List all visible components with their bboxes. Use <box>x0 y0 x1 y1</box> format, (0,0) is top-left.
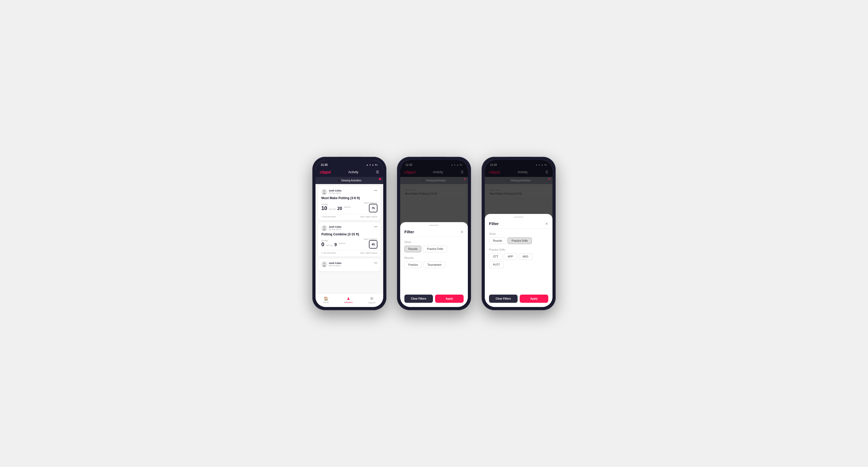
chip-arg-3[interactable]: ARG <box>519 253 532 260</box>
nav-capture[interactable]: ⊕ Capture <box>368 296 375 304</box>
viewing-banner-1[interactable]: ⚙ Viewing Activities <box>315 177 383 184</box>
phone-1: 11:33 ▲ ● ▲ 51 clippd Activity ☰ ⚙ Viewi… <box>312 157 386 310</box>
phones-container: 11:33 ▲ ● ▲ 51 clippd Activity ☰ ⚙ Viewi… <box>312 157 556 310</box>
card-user-2: Josh Coles 28 Feb 2023 <box>321 225 341 231</box>
filter-handle-2 <box>429 225 439 226</box>
user-info-2: Josh Coles 28 Feb 2023 <box>329 225 341 230</box>
filter-close-2[interactable]: ✕ <box>460 230 464 234</box>
quality-label-2: Shot Quality <box>364 238 377 240</box>
svg-point-2 <box>322 192 326 195</box>
chip-ott-3[interactable]: OTT <box>489 253 502 260</box>
filter-body-3: Show Rounds Practice Drills Practice Dri… <box>485 229 553 292</box>
quality-badge-2: 45 <box>369 240 377 249</box>
user-info-1: Josh Coles 28 Feb 2023 <box>329 189 341 194</box>
show-label-2: Show <box>404 241 464 244</box>
quality-badge-1: 75 <box>369 204 377 212</box>
shots-value-2: 9 <box>334 243 337 247</box>
filter-title-3: Filter <box>489 221 499 226</box>
card-user-3: Josh Coles 28 Feb 2023 <box>321 261 341 267</box>
rounds-chips-2: Practice Tournament <box>404 261 464 268</box>
quality-label-1: Shot Quality <box>364 202 377 204</box>
nav-home-label: Home <box>323 301 329 304</box>
chip-app-3[interactable]: APP <box>504 253 517 260</box>
svg-point-1 <box>323 190 325 192</box>
activity-card-2: Josh Coles 28 Feb 2023 ••• Putting Combi… <box>318 222 380 256</box>
chip-rounds-2[interactable]: Rounds <box>404 246 421 252</box>
card-title-2: Putting Combine (3-15 ft) <box>321 232 377 236</box>
card-info-2: ℹ Test Information <box>321 252 336 254</box>
clear-filters-button-2[interactable]: Clear Filters <box>404 294 433 303</box>
score-value-1: 10 <box>321 206 327 211</box>
activity-card-3: Josh Coles 28 Feb 2023 ••• <box>318 259 380 271</box>
apply-button-3[interactable]: Apply <box>520 294 548 303</box>
phone-2: 11:33 ▲ ● ▲ 51 clippd Activity ☰ ⚙ Viewi… <box>397 157 471 310</box>
card-stats-1: Score 10 OUT OF 20 Shots Shot Quality <box>321 202 377 212</box>
more-options-3[interactable]: ••• <box>374 261 377 265</box>
svg-point-5 <box>322 229 326 231</box>
rounds-label-2: Rounds <box>404 256 464 259</box>
card-info-1: ℹ Test Information <box>321 216 336 218</box>
svg-point-4 <box>323 226 325 228</box>
card-header-3: Josh Coles 28 Feb 2023 ••• <box>321 261 377 267</box>
user-info-3: Josh Coles 28 Feb 2023 <box>329 262 341 267</box>
chip-practice-drills-3[interactable]: Practice Drills <box>507 238 532 244</box>
activities-icon: ♟ <box>347 297 350 301</box>
card-header-2: Josh Coles 28 Feb 2023 ••• <box>321 225 377 231</box>
filter-title-2: Filter <box>404 229 414 234</box>
card-footer-2: ℹ Test Information Data: Clippd Capture <box>321 250 377 254</box>
avatar-3 <box>321 261 327 267</box>
activity-card-1: Josh Coles 28 Feb 2023 ••• Must Make Put… <box>318 186 380 220</box>
more-options-1[interactable]: ••• <box>374 189 377 192</box>
show-chips-2: Rounds Practice Drills <box>404 246 464 252</box>
more-options-2[interactable]: ••• <box>374 225 377 229</box>
svg-point-8 <box>322 265 326 267</box>
quality-section-1: Shot Quality 75 <box>364 202 377 212</box>
filter-body-2: Show Rounds Practice Drills Rounds Pract… <box>400 237 468 292</box>
filter-modal-2: Filter ✕ Show Rounds Practice Drills Rou… <box>400 222 468 307</box>
chip-practice-drills-2[interactable]: Practice Drills <box>423 246 447 252</box>
clear-filters-button-3[interactable]: Clear Filters <box>489 294 518 303</box>
out-of-2: OUT OF <box>326 245 333 246</box>
phone-screen-2: 11:33 ▲ ● ▲ 51 clippd Activity ☰ ⚙ Viewi… <box>400 160 468 307</box>
card-title-1: Must Make Putting (3-6 ft) <box>321 196 377 200</box>
phone-3: 11:33 ▲ ● ▲ 51 clippd Activity ☰ ⚙ Viewi… <box>482 157 556 310</box>
chip-rounds-3[interactable]: Rounds <box>489 238 506 244</box>
filter-overlay-2: Filter ✕ Show Rounds Practice Drills Rou… <box>400 160 468 307</box>
app-title: Activity <box>348 170 359 174</box>
chip-practice-2[interactable]: Practice <box>404 261 422 268</box>
apply-button-2[interactable]: Apply <box>435 294 464 303</box>
chip-tournament-2[interactable]: Tournament <box>424 261 445 268</box>
shots-label-2: Shots <box>339 243 362 244</box>
home-icon: 🏠 <box>324 297 328 301</box>
app-header-1: clippd Activity ☰ <box>315 168 383 177</box>
nav-activities[interactable]: ♟ Activities <box>344 297 353 304</box>
shots-value-1: 20 <box>338 207 342 211</box>
quality-section-2: Shot Quality 45 <box>364 238 377 249</box>
score-section: Score 10 OUT OF 20 <box>321 204 342 211</box>
notification-dot <box>379 178 381 180</box>
filter-close-3[interactable]: ✕ <box>545 222 548 226</box>
hamburger-menu[interactable]: ☰ <box>376 170 379 174</box>
scroll-content: Josh Coles 28 Feb 2023 ••• Must Make Put… <box>315 184 383 293</box>
score-section-2: Score 0 OUT OF 9 <box>321 240 337 247</box>
practice-drills-chips-3: OTT APP ARG PUTT <box>489 253 548 268</box>
viewing-banner-text: Viewing Activities <box>341 179 362 182</box>
user-name-2: Josh Coles <box>329 225 341 228</box>
chip-putt-3[interactable]: PUTT <box>489 261 504 268</box>
nav-home[interactable]: 🏠 Home <box>323 297 329 304</box>
filter-header-3: Filter ✕ <box>485 219 553 229</box>
nav-activities-label: Activities <box>344 301 353 304</box>
card-data-source-1: Data: Clippd Capture <box>360 216 377 218</box>
app-logo: clippd <box>320 170 331 174</box>
card-footer-1: ℹ Test Information Data: Clippd Capture <box>321 214 377 218</box>
user-name-1: Josh Coles <box>329 189 341 192</box>
filter-overlay-3: Filter ✕ Show Rounds Practice Drills Pra… <box>485 160 553 307</box>
capture-icon: ⊕ <box>370 296 373 301</box>
card-data-source-2: Data: Clippd Capture <box>360 252 377 254</box>
avatar-2 <box>321 225 327 231</box>
user-name-3: Josh Coles <box>329 262 341 264</box>
out-of-1: OUT OF <box>329 208 336 210</box>
user-date-1: 28 Feb 2023 <box>329 192 341 194</box>
user-date-2: 28 Feb 2023 <box>329 228 341 230</box>
filter-header-2: Filter ✕ <box>400 227 468 237</box>
